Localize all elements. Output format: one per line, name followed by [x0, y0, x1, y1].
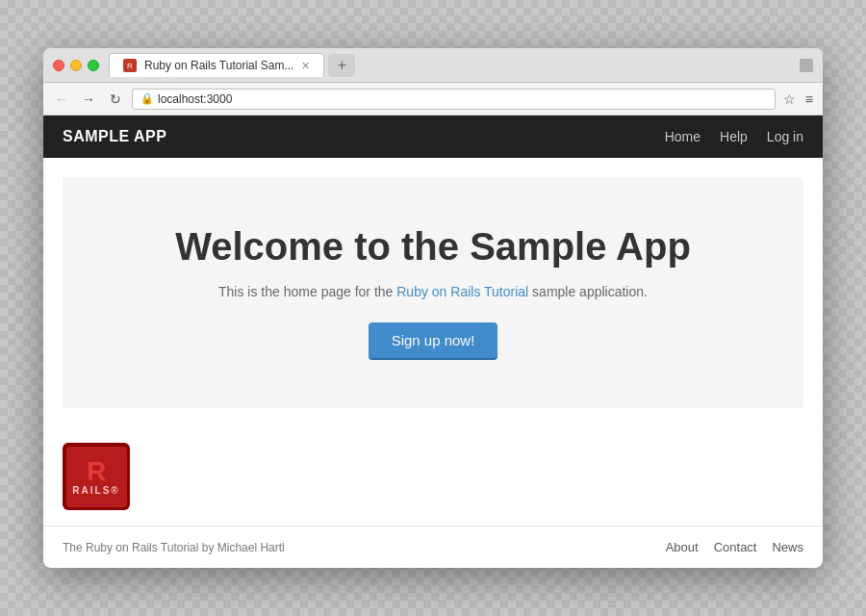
url-bar[interactable]: 🔒 localhost:3000 [132, 89, 776, 110]
browser-window: R Ruby on Rails Tutorial Sam... ✕ + ← → … [43, 48, 823, 568]
nav-home[interactable]: Home [665, 129, 700, 144]
app-nav: Home Help Log in [665, 129, 803, 144]
browser-tab[interactable]: R Ruby on Rails Tutorial Sam... ✕ [109, 53, 324, 77]
tab-close-icon[interactable]: ✕ [301, 60, 310, 72]
app-navbar: SAMPLE APP Home Help Log in [43, 116, 823, 158]
hero-subtitle-after: sample application. [528, 284, 648, 299]
footer-about[interactable]: About [666, 540, 699, 554]
hero-subtitle: This is the home page for the Ruby on Ra… [82, 284, 784, 299]
tab-title: Ruby on Rails Tutorial Sam... [144, 59, 293, 72]
nav-help[interactable]: Help [720, 129, 748, 144]
nav-login[interactable]: Log in [767, 129, 803, 144]
rails-logo: R RAILS® [63, 443, 130, 510]
window-control-btn [800, 59, 813, 72]
lock-icon: 🔒 [140, 92, 154, 105]
forward-button[interactable]: → [78, 89, 99, 110]
new-tab-button[interactable]: + [328, 54, 355, 77]
traffic-lights [53, 60, 99, 71]
footer: The Ruby on Rails Tutorial by Michael Ha… [43, 526, 823, 568]
footer-contact[interactable]: Contact [714, 540, 757, 554]
close-button[interactable] [53, 60, 64, 71]
footer-news[interactable]: News [772, 540, 803, 554]
footer-credit: The Ruby on Rails Tutorial by Michael Ha… [63, 541, 285, 554]
window-controls [800, 59, 813, 72]
rails-r-letter: R [87, 458, 106, 485]
content-area: R RAILS® [43, 427, 823, 526]
rails-logo-inner: R RAILS® [66, 447, 127, 507]
hero-subtitle-before: This is the home page for the [218, 284, 396, 299]
fullscreen-button[interactable] [88, 60, 99, 71]
app-brand[interactable]: SAMPLE APP [63, 128, 166, 145]
minimize-button[interactable] [70, 60, 82, 71]
back-icon: ← [55, 91, 68, 107]
hero-section: Welcome to the Sample App This is the ho… [63, 177, 803, 408]
reload-icon: ↻ [110, 91, 121, 107]
forward-icon: → [82, 91, 95, 107]
signup-button[interactable]: Sign up now! [369, 322, 498, 360]
back-button[interactable]: ← [51, 89, 72, 110]
hero-title: Welcome to the Sample App [82, 225, 784, 269]
reload-button[interactable]: ↻ [105, 89, 126, 110]
rails-tutorial-link[interactable]: Ruby on Rails Tutorial [396, 284, 528, 299]
url-text: localhost:3000 [158, 92, 232, 106]
footer-links: About Contact News [666, 540, 803, 554]
rails-text: RAILS® [72, 485, 119, 496]
menu-icon[interactable]: ≡ [803, 90, 815, 109]
tab-favicon: R [123, 59, 137, 72]
title-bar: R Ruby on Rails Tutorial Sam... ✕ + [43, 48, 823, 83]
address-bar: ← → ↻ 🔒 localhost:3000 ☆ ≡ [43, 83, 823, 116]
bookmark-icon[interactable]: ☆ [781, 90, 798, 109]
